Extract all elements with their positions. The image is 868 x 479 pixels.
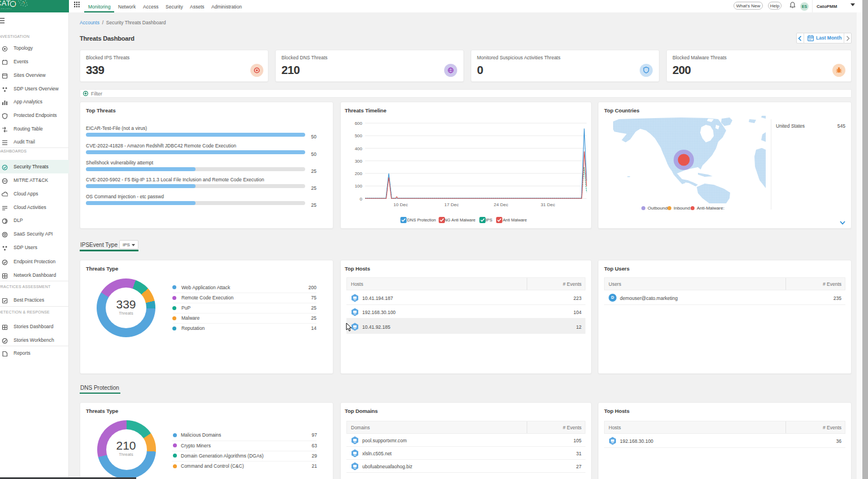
- svg-text:300: 300: [355, 159, 363, 164]
- svg-text:17 Dec: 17 Dec: [444, 202, 458, 207]
- svg-text:Anti Malware: Anti Malware: [503, 217, 527, 223]
- svg-text:200: 200: [355, 171, 363, 176]
- svg-text:600: 600: [355, 121, 363, 126]
- svg-text:400: 400: [355, 146, 363, 151]
- svg-text:24 Dec: 24 Dec: [494, 202, 508, 207]
- svg-text:500: 500: [355, 133, 363, 138]
- svg-text:IPS: IPS: [485, 217, 492, 223]
- svg-text:DNS Protection: DNS Protection: [407, 217, 436, 223]
- svg-text:NG Anti Malware: NG Anti Malware: [444, 217, 475, 223]
- svg-text:0: 0: [360, 197, 363, 202]
- svg-text:100: 100: [355, 184, 363, 189]
- svg-text:10 Dec: 10 Dec: [393, 202, 407, 207]
- svg-text:31 Dec: 31 Dec: [541, 202, 555, 207]
